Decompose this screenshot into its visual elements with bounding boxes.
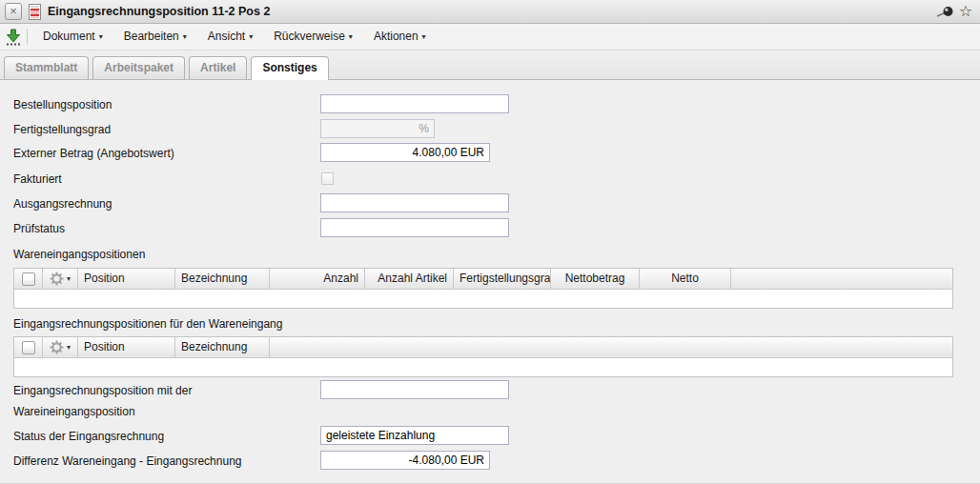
window-title: Eingangsrechnungsposition 11-2 Pos 2 [48,0,270,23]
pin-icon[interactable] [936,6,954,19]
chevron-down-icon: ▾ [249,32,253,41]
eingangsrechnungsposition-mit-label-line1: Eingangsrechnungsposition mit der [13,384,192,398]
status-eingangsrechnung-label: Status der Eingangsrechnung [13,430,164,444]
pruefstatus-input[interactable] [320,218,509,237]
tab-strip: Stammblatt Arbeitspaket Artikel Sonstige… [0,50,980,80]
select-all-cell [14,269,43,289]
status-eingangsrechnung-input[interactable] [320,426,509,445]
fertigstellungsgrad-input [320,119,435,138]
document-icon [29,4,41,20]
eingangsrechnungsposition-mit-input[interactable] [320,380,509,399]
menu-ansicht[interactable]: Ansicht▾ [197,24,263,50]
menu-aktionen[interactable]: Aktionen▾ [363,24,437,50]
menu-bearbeiten[interactable]: Bearbeiten▾ [113,24,197,50]
differenz-input[interactable] [320,451,490,470]
menu-list: Dokument▾ Bearbeiten▾ Ansicht▾ Rückverwe… [32,24,437,50]
chevron-down-icon: ▾ [349,32,353,41]
menu-rueckverweise-label: Rückverweise [274,30,345,43]
invoice-position-window: × Eingangsrechnungsposition 11-2 Pos 2 ☆ [0,0,980,484]
menu-ansicht-label: Ansicht [208,30,245,43]
chevron-down-icon: ▾ [99,32,103,41]
ausgangsrechnung-input[interactable] [320,193,509,212]
ausgangsrechnung-label: Ausgangsrechnung [13,197,112,212]
tab-artikel[interactable]: Artikel [189,56,247,79]
menu-bearbeiten-label: Bearbeiten [124,30,179,43]
column-header-anzahl-artikel[interactable]: Anzahl Artikel [365,269,454,289]
chevron-down-icon: ▾ [183,32,187,41]
wareneingangspositionen-table: ▾ Position Bezeichnung Anzahl Anzahl Art… [13,268,953,309]
eingangsrechnungsposition-mit-label-line2: Wareineingangsposition [13,405,135,419]
empty-table-body [14,358,952,376]
wareneingangspositionen-section-title: Wareneingangspositionen [13,248,145,262]
gear-icon [50,340,64,354]
column-header-nettobetrag[interactable]: Nettobetrag [551,269,640,289]
table-menu-cell[interactable]: ▾ [43,269,78,289]
eingangsrechnungspositionen-table: ▾ Position Bezeichnung [13,336,953,377]
column-header-filler [731,269,952,289]
column-header-position[interactable]: Position [78,337,175,357]
column-header-anzahl[interactable]: Anzahl [270,269,365,289]
tab-arbeitspaket[interactable]: Arbeitspaket [92,56,185,79]
column-header-netto[interactable]: Netto [640,269,731,289]
chevron-down-icon: ▾ [422,32,426,41]
menu-aktionen-label: Aktionen [374,30,419,43]
eingangsrechnungspositionen-section-title: Eingangsrechnungspositionen für den Ware… [13,317,282,332]
menu-dokument-label: Dokument [43,30,95,43]
table-menu-cell[interactable]: ▾ [43,337,78,357]
title-bar: × Eingangsrechnungsposition 11-2 Pos 2 ☆ [0,0,980,24]
bestellungsposition-label: Bestellungsposition [13,98,112,112]
tab-list: Stammblatt Arbeitspaket Artikel Sonstige… [4,56,329,79]
select-all-checkbox[interactable] [22,272,35,286]
fakturiert-label: Fakturiert [13,172,62,187]
table-header-row: ▾ Position Bezeichnung [14,337,952,358]
select-all-checkbox[interactable] [22,341,35,354]
fertigstellungsgrad-label: Fertigstellungsgrad [13,123,111,137]
empty-table-body [14,290,952,308]
menu-bar: Dokument▾ Bearbeiten▾ Ansicht▾ Rückverwe… [0,24,980,50]
externer-betrag-label: Externer Betrag (Angebotswert) [13,147,174,161]
externer-betrag-input[interactable] [320,143,490,162]
differenz-label: Differenz Wareneingang - Eingangsrechnun… [13,454,241,469]
column-header-bezeichnung[interactable]: Bezeichnung [175,337,270,357]
menu-separator [27,29,28,45]
column-header-position[interactable]: Position [78,269,175,289]
select-all-cell [14,337,43,357]
column-header-filler [270,337,952,357]
close-button[interactable]: × [5,3,22,20]
chevron-down-icon: ▾ [67,337,71,357]
tab-sonstiges[interactable]: Sonstiges [251,56,328,80]
tab-stammblatt[interactable]: Stammblatt [4,56,89,79]
star-icon[interactable]: ☆ [959,1,972,22]
tab-content-sonstiges: Bestellungsposition Fertigstellungsgrad … [0,80,980,484]
table-header-row: ▾ Position Bezeichnung Anzahl Anzahl Art… [14,269,952,290]
gear-icon [50,272,64,286]
chevron-down-icon: ▾ [67,269,71,289]
menu-dokument[interactable]: Dokument▾ [32,24,113,50]
column-header-bezeichnung[interactable]: Bezeichnung [175,269,270,289]
fakturiert-checkbox[interactable] [321,172,334,185]
menu-rueckverweise[interactable]: Rückverweise▾ [263,24,363,50]
pruefstatus-label: Prüfstatus [13,222,65,236]
import-icon[interactable] [5,29,22,46]
bestellungsposition-input[interactable] [320,94,509,113]
column-header-fertigstellungsgrad[interactable]: Fertigstellungsgrad [454,269,551,289]
